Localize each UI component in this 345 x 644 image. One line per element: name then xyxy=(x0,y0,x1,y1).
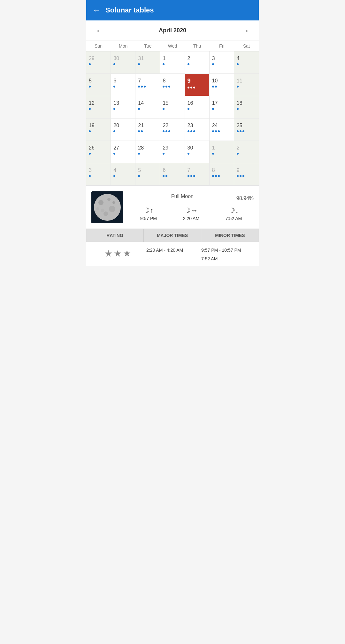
calendar-day[interactable]: 17 xyxy=(210,96,234,119)
day-header-sat: Sat xyxy=(234,41,259,51)
moon-percent: 98.94% xyxy=(236,195,254,201)
minor-times-col: 9:57 PM - 10:57 PM 7:52 AM - xyxy=(201,246,254,262)
calendar-day[interactable]: 5 xyxy=(86,74,111,96)
day-headers: Sun Mon Tue Wed Thu Fri Sat xyxy=(86,41,259,51)
back-button[interactable]: ← xyxy=(93,6,100,15)
calendar-day-selected[interactable]: 9 xyxy=(185,74,210,96)
calendar-day[interactable]: 31 xyxy=(135,51,160,74)
calendar-day[interactable]: 1 xyxy=(210,141,234,163)
moon-rise-icon: ☽↑ xyxy=(143,206,153,215)
stars-rating: ★ ★ ★ xyxy=(104,248,131,259)
bottom-section: ★ ★ ★ 2:20 AM - 4:20 AM --:-- - --:-- 9:… xyxy=(86,242,259,266)
moon-transit-item: ☽↔ 2:20 AM xyxy=(183,206,199,221)
calendar-day[interactable]: 26 xyxy=(86,141,111,163)
day-header-fri: Fri xyxy=(210,41,234,51)
star-1: ★ xyxy=(104,248,112,259)
day-header-tue: Tue xyxy=(135,41,160,51)
calendar-day[interactable]: 28 xyxy=(135,141,160,163)
tab-minor-times[interactable]: MINOR TIMES xyxy=(201,229,259,242)
major-time-2: --:-- - --:-- xyxy=(146,256,199,262)
month-year-label: April 2020 xyxy=(159,27,186,34)
calendar-day[interactable]: 3 xyxy=(86,163,111,186)
moon-rise-item: ☽↑ 9:57 PM xyxy=(140,206,157,221)
star-3: ★ xyxy=(123,248,131,259)
prev-month-button[interactable]: ‹ xyxy=(94,26,103,35)
calendar-day[interactable]: 21 xyxy=(135,119,160,141)
svg-point-5 xyxy=(109,206,115,212)
calendar-day[interactable]: 7 xyxy=(135,74,160,96)
calendar-day[interactable]: 24 xyxy=(210,119,234,141)
calendar: Sun Mon Tue Wed Thu Fri Sat 293031123456… xyxy=(86,41,259,186)
calendar-day[interactable]: 6 xyxy=(160,163,185,186)
tab-rating[interactable]: RATING xyxy=(86,229,144,242)
day-header-thu: Thu xyxy=(185,41,210,51)
svg-point-9 xyxy=(96,207,99,211)
moon-details: Full Moon 98.94% ☽↑ 9:57 PM ☽↔ 2:20 AM ☽… xyxy=(128,194,254,221)
day-header-mon: Mon xyxy=(111,41,135,51)
minor-time-2: 7:52 AM - xyxy=(201,256,254,262)
calendar-day[interactable]: 8 xyxy=(160,74,185,96)
moon-info-section: Full Moon 98.94% ☽↑ 9:57 PM ☽↔ 2:20 AM ☽… xyxy=(86,186,259,228)
moon-image xyxy=(91,191,123,223)
calendar-day[interactable]: 7 xyxy=(185,163,210,186)
major-times-col: 2:20 AM - 4:20 AM --:-- - --:-- xyxy=(146,246,199,262)
svg-point-4 xyxy=(107,198,111,201)
calendar-day[interactable]: 16 xyxy=(185,96,210,119)
svg-point-8 xyxy=(103,211,108,216)
calendar-day[interactable]: 29 xyxy=(86,51,111,74)
calendar-day[interactable]: 22 xyxy=(160,119,185,141)
moon-set-icon: ☽↓ xyxy=(229,206,239,215)
calendar-day[interactable]: 30 xyxy=(111,51,135,74)
calendar-day[interactable]: 15 xyxy=(160,96,185,119)
calendar-day[interactable]: 29 xyxy=(160,141,185,163)
calendar-day[interactable]: 6 xyxy=(111,74,135,96)
minor-time-1: 9:57 PM - 10:57 PM xyxy=(201,247,254,254)
moon-set-item: ☽↓ 7:52 AM xyxy=(226,206,242,221)
calendar-day[interactable]: 14 xyxy=(135,96,160,119)
calendar-day[interactable]: 1 xyxy=(160,51,185,74)
svg-point-6 xyxy=(101,209,104,212)
calendar-day[interactable]: 27 xyxy=(111,141,135,163)
calendar-day[interactable]: 4 xyxy=(234,51,259,74)
calendar-day[interactable]: 30 xyxy=(185,141,210,163)
moon-phase: Full Moon xyxy=(128,194,236,199)
calendar-grid: 2930311234567891011121314151617181920212… xyxy=(86,51,259,186)
moon-times: ☽↑ 9:57 PM ☽↔ 2:20 AM ☽↓ 7:52 AM xyxy=(128,206,254,221)
page-title: Solunar tables xyxy=(105,6,154,14)
app-header: ← Solunar tables xyxy=(86,0,259,20)
calendar-day[interactable]: 9 xyxy=(234,163,259,186)
day-header-sun: Sun xyxy=(86,41,111,51)
tabs-row: RATING MAJOR TIMES MINOR TIMES xyxy=(86,229,259,242)
calendar-day[interactable]: 11 xyxy=(234,74,259,96)
next-month-button[interactable]: › xyxy=(242,26,251,35)
calendar-day[interactable]: 5 xyxy=(135,163,160,186)
calendar-nav: ‹ April 2020 › xyxy=(86,20,259,41)
calendar-day[interactable]: 19 xyxy=(86,119,111,141)
calendar-day[interactable]: 13 xyxy=(111,96,135,119)
calendar-day[interactable]: 20 xyxy=(111,119,135,141)
calendar-day[interactable]: 10 xyxy=(210,74,234,96)
calendar-day[interactable]: 2 xyxy=(185,51,210,74)
calendar-day[interactable]: 18 xyxy=(234,96,259,119)
calendar-day[interactable]: 8 xyxy=(210,163,234,186)
star-2: ★ xyxy=(114,248,122,259)
tab-major-times[interactable]: MAJOR TIMES xyxy=(144,229,201,242)
svg-point-3 xyxy=(98,200,103,205)
svg-point-2 xyxy=(94,194,121,221)
calendar-day[interactable]: 2 xyxy=(234,141,259,163)
moon-set-time: 7:52 AM xyxy=(226,216,242,221)
calendar-day[interactable]: 23 xyxy=(185,119,210,141)
moon-transit-time: 2:20 AM xyxy=(183,216,199,221)
moon-transit-icon: ☽↔ xyxy=(184,206,198,215)
calendar-day[interactable]: 12 xyxy=(86,96,111,119)
moon-rise-time: 9:57 PM xyxy=(140,216,157,221)
svg-point-7 xyxy=(112,201,115,204)
calendar-day[interactable]: 25 xyxy=(234,119,259,141)
calendar-day[interactable]: 3 xyxy=(210,51,234,74)
major-time-1: 2:20 AM - 4:20 AM xyxy=(146,247,199,254)
day-header-wed: Wed xyxy=(160,41,185,51)
rating-section: ★ ★ ★ xyxy=(91,246,144,259)
calendar-day[interactable]: 4 xyxy=(111,163,135,186)
